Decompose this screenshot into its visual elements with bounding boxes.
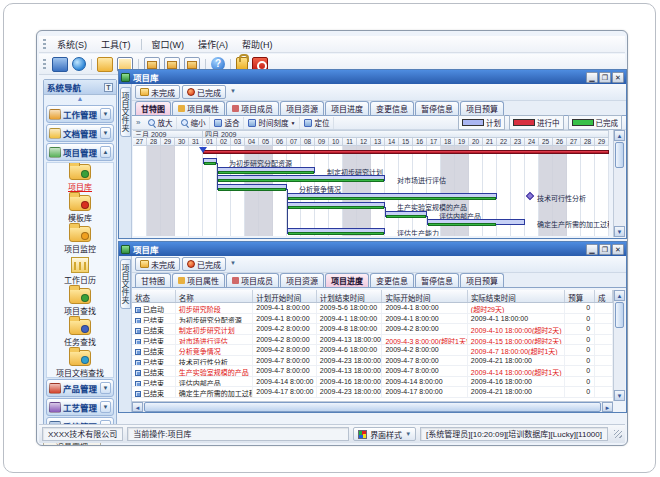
group-dropdown-button[interactable]: ▼ <box>100 382 111 394</box>
table-tab-6[interactable]: 暂停信息 <box>415 273 459 287</box>
gantt-filter-more-button[interactable]: ▼ <box>228 85 238 99</box>
gantt-filter-finished[interactable]: 已完成 <box>182 85 226 99</box>
scroll-left-button[interactable]: ◄ <box>132 402 143 412</box>
group-dropdown-button[interactable]: ▼ <box>100 401 111 413</box>
gantt-tab-1[interactable]: 项目属性 <box>172 101 225 115</box>
table-row[interactable]: 已结束分析竞争情况2009-4-2 8:00:002009-4-6 18:00:… <box>132 345 613 356</box>
gantt-tab-0[interactable]: 甘特图 <box>135 101 171 115</box>
cell: 2009-4-1 8:00:00 <box>253 314 317 324</box>
menu-item-1[interactable]: 工具(T) <box>94 36 138 53</box>
menu-item-0[interactable]: 系统(S) <box>50 36 94 53</box>
table-row[interactable]: 已结束对市场进行评估2009-4-2 8:00:002009-4-13 18:0… <box>132 335 613 346</box>
table-tab-7[interactable]: 项目预算 <box>460 273 504 287</box>
table-row[interactable]: 已结束为初步研究分配资源2009-4-1 8:00:002009-4-1 18:… <box>132 314 613 325</box>
gantt-tab-7[interactable]: 项目预算 <box>460 101 504 115</box>
gantt-tool-0[interactable]: 放大 <box>144 117 177 129</box>
scroll-up-button[interactable]: ▲ <box>614 290 625 301</box>
gantt-tab-3[interactable]: 项目资源 <box>280 101 324 115</box>
scroll-up-button[interactable]: ▲ <box>614 130 625 141</box>
gantt-tool-4[interactable]: 定位 <box>300 117 334 129</box>
restore-button[interactable]: ❐ <box>599 72 611 83</box>
sidebar-item-0[interactable]: 项目库 <box>47 163 113 194</box>
table-row[interactable]: 已结束评估内部产品2009-4-14 8:00:002009-4-16 18:0… <box>132 377 613 388</box>
table-tab-3[interactable]: 项目资源 <box>280 273 324 287</box>
gantt-tab-5[interactable]: 变更信息 <box>370 101 414 115</box>
sidebar-item-2[interactable]: 项目监控 <box>47 225 113 256</box>
minimize-button[interactable]: ▁ <box>586 72 598 83</box>
gantt-chart-area[interactable]: 为初步研究分配资源制定初步研究计划对市场进行评估分析竞争情况技术可行性分析生产实… <box>133 146 609 236</box>
column-header-0[interactable]: 状态 <box>132 290 176 302</box>
summary-bar[interactable] <box>203 150 609 154</box>
toolbar-overflow-chevron[interactable]: » <box>132 118 144 127</box>
globe-icon[interactable] <box>72 57 86 71</box>
sidebar-group-top-1[interactable]: 文档管理▼ <box>46 124 114 142</box>
sidebar-item-6[interactable]: 项目文档查找 <box>47 349 113 378</box>
scroll-right-button[interactable]: ► <box>602 402 613 412</box>
menu-item-3[interactable]: 操作(A) <box>191 36 235 53</box>
table-tab-5[interactable]: 变更信息 <box>370 273 414 287</box>
sidebar-group-top-0[interactable]: 工作管理▼ <box>46 105 114 123</box>
table-tab-0[interactable]: 甘特图 <box>135 273 171 287</box>
close-button[interactable]: ✕ <box>612 72 624 83</box>
minimize-button[interactable]: ▁ <box>586 244 598 255</box>
scroll-thumb[interactable] <box>615 142 624 168</box>
table-window-titlebar[interactable]: 项目库 ▁ ❐ ✕ <box>119 242 626 256</box>
gantt-tab-6[interactable]: 暂停信息 <box>415 101 459 115</box>
current-folder-vertical-tab[interactable]: 项目文件夹 <box>120 87 131 137</box>
table-horizontal-scrollbar[interactable]: ◄ ► <box>132 401 613 412</box>
gantt-tool-1[interactable]: 缩小 <box>177 117 210 129</box>
table-row[interactable]: 已启动初步研究阶段2009-4-1 8:00:002009-5-6 18:00:… <box>132 303 613 314</box>
column-header-5[interactable]: 实际结束时间 <box>468 290 565 302</box>
group-dropdown-button[interactable]: ▲ <box>100 146 111 158</box>
scroll-thumb[interactable] <box>615 302 624 328</box>
sidebar-item-4[interactable]: 项目查找 <box>47 287 113 318</box>
sidebar-collapse-button[interactable]: ▲ <box>44 95 116 104</box>
sidebar-item-1[interactable]: 模板库 <box>47 194 113 225</box>
ui-style-button[interactable]: 界面样式 ▼ <box>353 427 416 441</box>
gantt-tab-4[interactable]: 项目进度 <box>325 101 369 115</box>
table-tab-2[interactable]: 项目成员 <box>226 273 279 287</box>
gantt-vertical-scrollbar[interactable]: ▲ ▼ <box>613 130 625 237</box>
column-header-1[interactable]: 名称 <box>176 290 254 302</box>
monitor-icon[interactable] <box>52 57 68 72</box>
timeline-day: 28 <box>147 138 161 146</box>
table-filter-finished[interactable]: 已完成 <box>182 257 226 271</box>
table-tab-4[interactable]: 项目进度 <box>325 273 369 287</box>
table-vertical-scrollbar[interactable]: ▲ ▼ <box>613 290 625 401</box>
sidebar-item-3[interactable]: 工作日历 <box>47 256 113 287</box>
pin-icon[interactable]: T <box>104 83 113 92</box>
column-header-6[interactable]: 预算 <box>565 290 595 302</box>
sidebar-group-bottom-1[interactable]: 工艺管理▼ <box>46 398 114 416</box>
gantt-tab-2[interactable]: 项目成员 <box>226 101 279 115</box>
column-header-7[interactable]: 成 <box>595 290 613 302</box>
close-button[interactable]: ✕ <box>612 244 624 255</box>
group-dropdown-button[interactable]: ▼ <box>100 127 111 139</box>
gantt-tool-2[interactable]: 适合 <box>210 117 244 129</box>
scroll-down-button[interactable]: ▼ <box>614 226 625 237</box>
column-header-2[interactable]: 计划开始时间 <box>253 290 317 302</box>
scroll-thumb[interactable] <box>144 402 601 412</box>
folder-closed-icon[interactable] <box>97 57 113 72</box>
gantt-tool-3[interactable]: 时间刻度▼ <box>244 117 300 129</box>
menu-item-2[interactable]: 窗口(W) <box>145 36 192 53</box>
column-header-3[interactable]: 计划结束时间 <box>317 290 383 302</box>
sidebar-group-top-2[interactable]: 项目管理▲ <box>46 143 114 161</box>
sidebar-item-5[interactable]: 任务查找 <box>47 318 113 349</box>
menu-item-4[interactable]: 帮助(H) <box>235 36 280 53</box>
current-folder-vertical-tab[interactable]: 项目文件夹 <box>120 259 131 309</box>
gantt-window-titlebar[interactable]: 项目库 ▁ ❐ ✕ <box>119 70 626 84</box>
table-filter-unfinished[interactable]: 未完成 <box>135 257 180 271</box>
table-tab-1[interactable]: 项目属性 <box>172 273 225 287</box>
table-row[interactable]: 已结束技术可行性分析2009-4-7 8:00:002009-4-23 18:0… <box>132 356 613 367</box>
table-row[interactable]: 已结束制定初步研究计划2009-4-2 8:00:002009-4-8 18:0… <box>132 324 613 335</box>
resize-grip[interactable] <box>614 430 622 438</box>
group-dropdown-button[interactable]: ▼ <box>100 108 111 120</box>
sidebar-group-bottom-0[interactable]: 产品管理▼ <box>46 379 114 397</box>
scroll-down-button[interactable]: ▼ <box>614 390 625 401</box>
column-header-4[interactable]: 实际开始时间 <box>382 290 467 302</box>
gantt-filter-unfinished[interactable]: 未完成 <box>135 85 180 99</box>
table-filter-more-button[interactable]: ▼ <box>228 257 238 271</box>
restore-button[interactable]: ❐ <box>599 244 611 255</box>
table-row[interactable]: 已结束生产实验室规模的产品2009-4-7 8:00:002009-4-13 1… <box>132 366 613 377</box>
table-row[interactable]: 已结束确定生产所需的加工过程2009-4-17 8:00:002009-4-23… <box>132 387 613 398</box>
